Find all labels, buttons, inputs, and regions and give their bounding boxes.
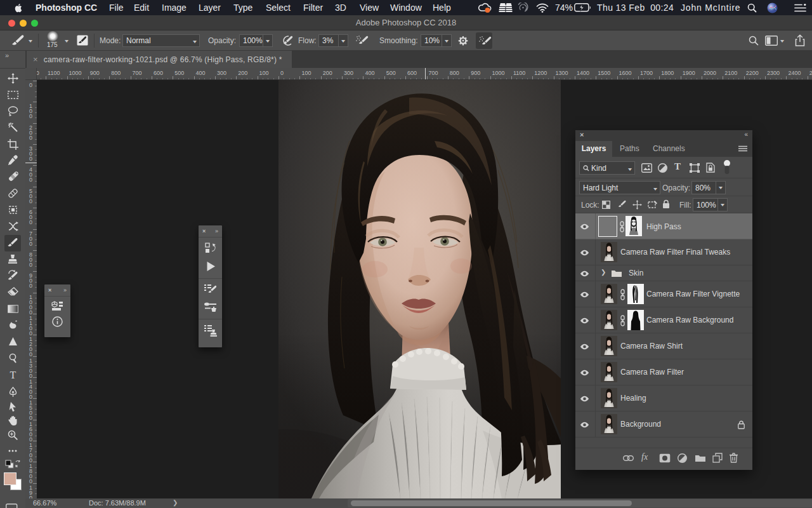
svg-text:T: T: [10, 370, 16, 380]
